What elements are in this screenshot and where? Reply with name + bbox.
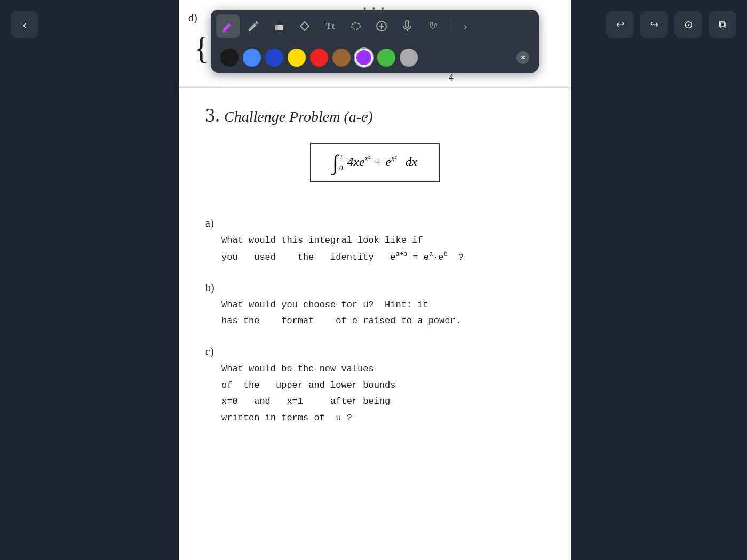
toolbar-top: Tt [216,10,534,43]
svg-rect-0 [222,31,226,33]
pen-icon [221,20,234,33]
svg-rect-5 [406,21,409,27]
color-green[interactable] [377,49,395,67]
menu-icon: ⊙ [684,18,693,31]
mic-icon [401,20,414,33]
redo-icon: ↪ [650,19,658,30]
pages-button[interactable]: ⧉ [709,11,736,38]
more-button[interactable]: › [454,14,477,38]
color-blue[interactable] [265,49,283,67]
part-a-label: a) [205,217,544,229]
color-gray[interactable] [400,49,418,67]
section-title: Challenge Problem (a-e) [224,108,373,125]
pencil-tool-button[interactable] [242,14,265,38]
pen-tool-button[interactable] [216,14,240,38]
bracket-area: { [194,32,209,64]
shape-tool-button[interactable] [293,14,316,38]
d-label: d) [188,12,197,24]
integral-box: ∫ 1 0 4xex² + ex² dx [310,143,440,182]
pencil-icon [247,20,260,33]
toolbar-separator [449,18,449,34]
right-sidebar: ↩ ↪ ⊙ ⧉ [571,0,747,560]
text-tool-button[interactable]: Tt [319,14,342,38]
content-area: 3. Challenge Problem (a-e) ∫ 1 0 4xex² +… [179,88,571,560]
integral-container: ∫ 1 0 4xex² + ex² dx [205,143,544,198]
part-b-label: b) [205,282,544,294]
part-b-text: What would you choose for u? Hint: it ha… [221,297,544,330]
color-yellow[interactable] [288,49,306,67]
top-fraction: 4 [449,72,454,83]
color-black[interactable] [220,49,239,67]
pages-icon: ⧉ [719,19,726,31]
color-blue-light[interactable] [243,49,261,67]
back-icon: ‹ [23,19,27,31]
main-content: • • • d) { [179,0,571,560]
eraser-icon [273,20,285,33]
lasso-icon [349,20,362,33]
gesture-tool-button[interactable] [421,14,444,38]
part-a-section: a) What would this integral look like if… [205,217,544,266]
toolbar-close-button[interactable]: × [516,51,529,64]
color-brown[interactable] [332,49,351,67]
part-c-section: c) What would be the new values of the u… [205,346,544,426]
part-a-text: What would this integral look like if yo… [221,233,544,266]
undo-icon: ↩ [616,19,624,30]
color-red[interactable] [310,49,328,67]
mic-tool-button[interactable] [395,14,419,38]
left-sidebar: ‹ [0,0,179,560]
integral-math: ∫ 1 0 4xex² + ex² dx [332,155,417,169]
back-button[interactable]: ‹ [11,11,38,38]
lasso-tool-button[interactable] [344,14,368,38]
eraser-tool-button[interactable] [267,14,291,38]
diamond-icon [298,20,311,33]
add-tool-button[interactable] [370,14,393,38]
chevron-right-icon: › [464,20,467,33]
section-number: 3. [205,104,220,126]
svg-rect-2 [278,25,283,30]
part-c-label: c) [205,346,544,358]
part-b-section: b) What would you choose for u? Hint: it… [205,282,544,330]
color-purple[interactable] [355,49,373,67]
undo-button[interactable]: ↩ [606,11,634,38]
part-c-text: What would be the new values of the uppe… [221,361,544,426]
add-icon [375,20,388,33]
top-section: • • • d) { [179,0,571,88]
toolbar: Tt [211,10,539,73]
text-icon: Tt [326,21,335,31]
toolbar-colors: × [216,43,534,73]
redo-button[interactable]: ↪ [640,11,668,38]
gesture-icon [426,20,439,33]
svg-point-3 [352,23,360,29]
menu-button[interactable]: ⊙ [674,11,702,38]
